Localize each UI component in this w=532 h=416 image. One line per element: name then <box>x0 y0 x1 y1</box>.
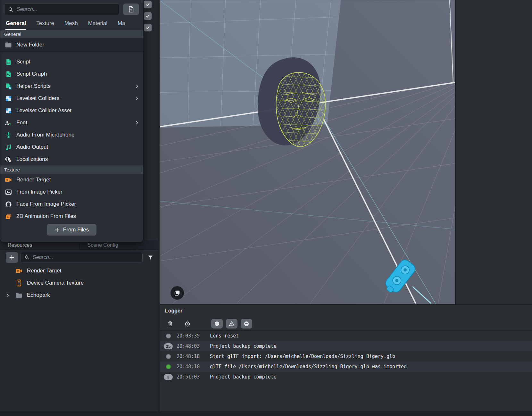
log-entry[interactable]: 20:48:18 glTF file /Users/michelle/Downl… <box>160 362 532 372</box>
resource-item-label: Device Camera Texture <box>27 280 84 286</box>
device-camera-icon <box>15 279 23 287</box>
log-message: glTF file /Users/michelle/Downloads/Sizz… <box>210 364 407 370</box>
svg-text:a: a <box>9 121 11 126</box>
menu-item-localizations[interactable]: A Localizations <box>0 153 143 165</box>
add-resource-button[interactable] <box>6 252 18 263</box>
right-panel <box>455 0 532 304</box>
tab-materials-cut[interactable]: Ma <box>117 18 126 30</box>
plus-icon <box>54 227 60 233</box>
auto-clear-button[interactable] <box>182 319 193 329</box>
log-entry[interactable]: 25 20:48:03 Project backup complete <box>160 341 532 351</box>
filter-button[interactable] <box>145 252 155 262</box>
log-level-dot-info <box>166 354 171 359</box>
filter-warning-toggle[interactable] <box>226 319 237 329</box>
asset-search[interactable] <box>4 4 120 15</box>
from-files-button[interactable]: From Files <box>47 224 96 236</box>
image-picker-icon <box>4 188 12 196</box>
menu-item-audio-from-microphone[interactable]: Audio From Microphone <box>0 129 143 141</box>
layers-icon <box>174 289 181 296</box>
clear-log-button[interactable] <box>165 319 175 329</box>
checkbox-checked[interactable] <box>144 24 152 31</box>
menu-item-audio-output[interactable]: Audio Output <box>0 141 143 153</box>
logger-title: Logger <box>160 305 532 317</box>
error-icon <box>243 320 250 327</box>
info-icon <box>214 320 220 327</box>
chevron-right-icon <box>135 96 139 101</box>
logger-panel: Logger 20:03:35 Lens reset 25 20:48:03 P… <box>160 304 532 411</box>
asset-checkbox-strip <box>144 1 159 31</box>
logger-toolbar <box>160 317 532 331</box>
log-rows: 20:03:35 Lens reset 25 20:48:03 Project … <box>160 331 532 382</box>
resources-list: Render Target Device Camera Texture Echo… <box>0 265 159 301</box>
warning-icon <box>229 320 235 327</box>
filter-info-toggle[interactable] <box>211 319 223 329</box>
log-time: 20:48:18 <box>177 354 210 359</box>
section-header-texture: Texture <box>0 165 143 174</box>
face-picker-icon <box>4 200 12 208</box>
log-message: Lens reset <box>210 333 239 339</box>
checkbox-checked[interactable] <box>144 1 152 8</box>
expand-chevron-icon[interactable] <box>5 293 10 297</box>
resource-item-device-camera-texture[interactable]: Device Camera Texture <box>0 277 159 289</box>
menu-item-face-from-image-picker[interactable]: Face From Image Picker <box>0 198 143 210</box>
log-message: Project backup complete <box>210 343 277 349</box>
animation-2d-icon <box>4 212 12 220</box>
menu-item-helper-scripts[interactable]: Helper Scripts <box>0 80 143 92</box>
menu-item-levelset-collider-asset[interactable]: Levelset Collider Asset <box>0 104 143 117</box>
chevron-right-icon <box>135 84 139 88</box>
resource-item-echopark-folder[interactable]: Echopark <box>0 289 159 301</box>
tab-mesh[interactable]: Mesh <box>64 18 78 30</box>
log-message: Project backup complete <box>210 374 277 380</box>
status-bar <box>0 411 532 416</box>
menu-item-levelset-colliders[interactable]: Levelset Colliders <box>0 92 143 104</box>
log-entry[interactable]: 20:48:18 Start glTF import: /Users/miche… <box>160 351 532 362</box>
check-icon <box>145 13 150 19</box>
render-target-icon <box>4 176 12 184</box>
log-count-badge: 25 <box>164 343 173 349</box>
scene-canvas[interactable] <box>160 0 455 304</box>
resource-item-label: Render Target <box>27 268 61 274</box>
menu-item-script-graph[interactable]: Script Graph <box>0 68 143 80</box>
levelset-colliders-icon <box>4 94 12 103</box>
filter-error-toggle[interactable] <box>241 319 252 329</box>
log-message: Start glTF import: /Users/michelle/Downl… <box>210 354 395 359</box>
render-target-icon <box>15 267 23 275</box>
import-file-button[interactable] <box>123 4 139 15</box>
tab-general[interactable]: General <box>5 18 26 30</box>
log-time: 20:48:03 <box>177 343 210 349</box>
tab-resources-label: Resources <box>8 242 32 248</box>
log-level-dot-info <box>166 334 171 338</box>
menu-item-script[interactable]: Script <box>0 56 143 68</box>
auto-clear-icon <box>184 320 191 327</box>
menu-item-new-folder[interactable]: New Folder <box>0 38 143 52</box>
script-icon <box>4 58 12 66</box>
tab-scene-config-label: Scene Config <box>87 242 118 248</box>
svg-text:A: A <box>9 159 11 163</box>
resources-search-input[interactable] <box>33 254 139 260</box>
log-time: 20:03:35 <box>177 333 210 339</box>
log-time: 20:51:03 <box>177 374 210 380</box>
menu-item-font[interactable]: Aa Font <box>0 117 143 129</box>
asset-category-tabs: General Texture Mesh Material Ma <box>0 17 143 30</box>
log-level-dot-success <box>166 364 171 369</box>
tab-texture[interactable]: Texture <box>36 18 54 30</box>
resource-item-label: Echopark <box>27 292 50 298</box>
menu-item-render-target[interactable]: Render Target <box>0 174 143 186</box>
resource-item-render-target[interactable]: Render Target <box>0 265 159 277</box>
font-icon: Aa <box>4 119 12 127</box>
tab-material[interactable]: Material <box>88 18 108 30</box>
menu-item-2d-animation-from-files[interactable]: 2D Animation From Files <box>0 210 143 222</box>
viewport-3d[interactable] <box>160 0 455 304</box>
checkbox-checked[interactable] <box>144 12 152 20</box>
trash-icon <box>167 320 173 327</box>
log-time: 20:48:18 <box>177 364 210 370</box>
log-entry[interactable]: 3 20:51:03 Project backup complete <box>160 372 532 382</box>
localizations-icon: A <box>4 155 12 163</box>
helper-scripts-icon <box>4 82 12 90</box>
plus-icon <box>9 254 15 261</box>
menu-item-from-image-picker[interactable]: From Image Picker <box>0 186 143 198</box>
asset-search-input[interactable] <box>17 6 116 12</box>
log-entry[interactable]: 20:03:35 Lens reset <box>160 331 532 341</box>
resources-search[interactable] <box>21 252 143 263</box>
screen-overlay-button[interactable] <box>170 286 184 300</box>
